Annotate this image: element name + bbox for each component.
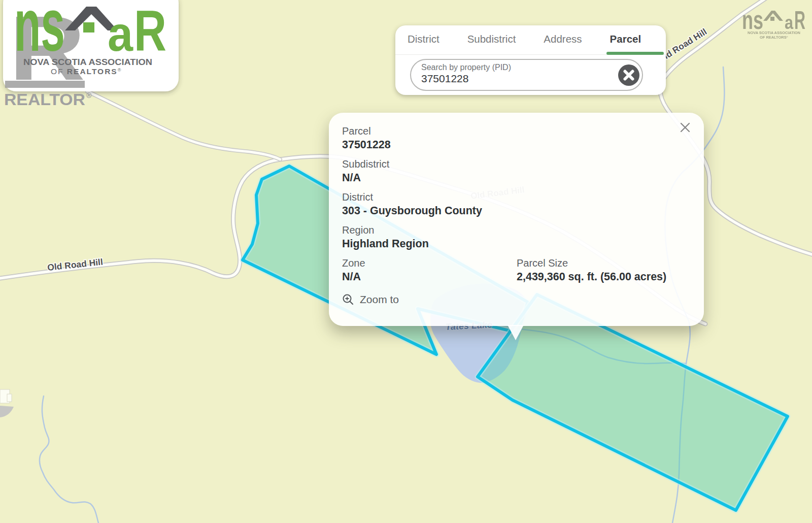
- popup-value: 37501228: [342, 138, 691, 151]
- search-tabs: District Subdistrict Address Parcel: [408, 33, 654, 53]
- popup-value: 2,439,360 sq. ft. (56.00 acres): [517, 270, 691, 283]
- popup-value: Highland Region: [342, 237, 691, 250]
- nsar-logo-card: R ns a R NOVA SCOTIA ASSOCIATION OF REAL…: [3, 0, 179, 99]
- watermark-line1: NOVA SCOTIA ASSOCIATION: [748, 31, 800, 35]
- popup-label: Subdistrict: [342, 158, 691, 171]
- tab-district[interactable]: District: [408, 33, 439, 45]
- watermark-line2-of: OF: [760, 36, 766, 39]
- realtor-logo-base-bar: [5, 81, 85, 88]
- tab-subdistrict[interactable]: Subdistrict: [467, 33, 516, 45]
- x-icon: [679, 121, 692, 134]
- pid-input-label: Search by property (PID): [421, 63, 511, 72]
- popup-label: District: [342, 191, 691, 204]
- pid-input-value: 37501228: [421, 73, 468, 85]
- watermark-ns-text: ns: [742, 5, 763, 35]
- logo-r-text: R: [134, 0, 166, 63]
- popup-label: Region: [342, 224, 691, 237]
- watermark-line2-realtors: REALTORS: [766, 36, 787, 39]
- popup-row-parcel: Parcel 37501228: [342, 125, 691, 151]
- popup-row-zone: Zone N/A: [342, 257, 517, 283]
- logo-line2-realtors: REALTORS: [67, 67, 118, 76]
- active-tab-underline: [606, 52, 664, 55]
- popup-label: Parcel: [342, 125, 691, 138]
- watermark-a-text: a: [785, 12, 794, 33]
- logo-a-text: a: [108, 7, 133, 61]
- watermark-reg-mark: ®: [787, 36, 788, 38]
- watermark-house-square-icon: [770, 17, 774, 21]
- popup-value: N/A: [342, 171, 691, 184]
- logo-reg-mark: ®: [118, 68, 122, 73]
- realtor-watermark-word: REALTOR: [4, 91, 85, 109]
- watermark-line2: OF REALTORS®: [760, 36, 788, 39]
- house-square-icon: [83, 22, 94, 32]
- clear-search-button[interactable]: [618, 64, 640, 86]
- search-panel: District Subdistrict Address Parcel Sear…: [395, 25, 666, 95]
- popup-row-parcel-size: Parcel Size 2,439,360 sq. ft. (56.00 acr…: [517, 257, 691, 283]
- pid-search-input[interactable]: Search by property (PID) 37501228: [410, 59, 643, 91]
- parcel-info-popup: Parcel 37501228 Subdistrict N/A District…: [329, 113, 704, 326]
- tab-parcel[interactable]: Parcel: [610, 33, 641, 45]
- circle-x-icon: [618, 64, 640, 86]
- popup-row-zone-size: Zone N/A Parcel Size 2,439,360 sq. ft. (…: [342, 257, 691, 290]
- logo-line1: NOVA SCOTIA ASSOCIATION: [23, 57, 152, 67]
- watermark-r-text: R: [794, 6, 805, 35]
- popup-value: 303 - Guysborough County: [342, 204, 691, 217]
- logo-line2: OF REALTORS®: [51, 67, 122, 76]
- zoom-to-label: Zoom to: [360, 293, 399, 306]
- popup-row-region: Region Highland Region: [342, 224, 691, 250]
- realtor-watermark-text: REALTOR®: [4, 91, 92, 109]
- popup-row-district: District 303 - Guysborough County: [342, 191, 691, 217]
- logo-line2-of: OF: [51, 67, 67, 76]
- popup-close-button[interactable]: [679, 121, 692, 134]
- zoom-to-button[interactable]: Zoom to: [342, 293, 399, 306]
- popup-tail-pointer: [507, 325, 524, 340]
- popup-row-subdistrict: Subdistrict N/A: [342, 158, 691, 184]
- popup-label: Parcel Size: [517, 257, 691, 270]
- realtor-watermark-reg: ®: [86, 91, 92, 100]
- magnifier-plus-icon: [342, 293, 354, 306]
- logo-ns-text: ns: [14, 0, 65, 67]
- popup-value: N/A: [342, 270, 517, 283]
- popup-label: Zone: [342, 257, 517, 270]
- tab-address[interactable]: Address: [544, 33, 582, 45]
